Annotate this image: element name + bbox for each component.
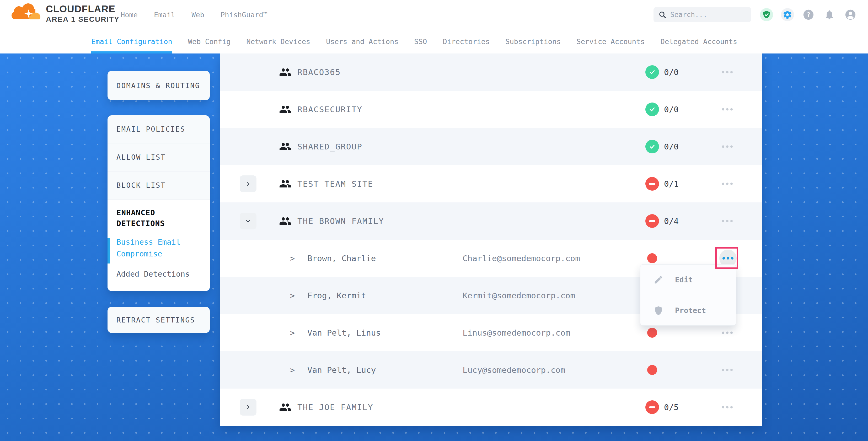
row-menu-button[interactable] xyxy=(719,366,735,374)
nav-email[interactable]: Email xyxy=(154,11,175,19)
tab-subscriptions[interactable]: Subscriptions xyxy=(505,29,561,54)
bell-icon[interactable] xyxy=(823,8,836,21)
nav-phishguard[interactable]: PhishGuard™ xyxy=(221,11,268,19)
group-people-icon xyxy=(279,103,291,116)
group-name: RBACO365 xyxy=(298,67,341,77)
status-alert-badge xyxy=(645,177,659,191)
shield-icon xyxy=(653,306,663,315)
config-tabbar: Email Configuration Web Config Network D… xyxy=(0,29,868,54)
member-chevron[interactable]: > xyxy=(290,328,295,338)
cloudflare-cloud-icon xyxy=(11,3,42,25)
expand-row-button[interactable] xyxy=(240,176,256,192)
shield-check-icon[interactable] xyxy=(760,8,773,21)
nav-home[interactable]: Home xyxy=(121,11,138,19)
status-count: 0/0 xyxy=(664,142,679,151)
member-chevron[interactable]: > xyxy=(290,291,295,300)
groups-table: RBACO365 0/0 RBACSECURITY 0/0 SHARED_GRO… xyxy=(220,54,762,425)
table-row[interactable]: THE BROWN FAMILY 0/4 xyxy=(220,202,762,240)
group-people-icon xyxy=(279,140,291,153)
svg-text:?: ? xyxy=(807,11,811,19)
group-name: TEST TEAM SITE xyxy=(298,179,373,189)
account-icon[interactable] xyxy=(844,8,857,21)
sidebar-item-email-policies[interactable]: EMAIL POLICIES xyxy=(107,115,210,143)
status-alert-dot xyxy=(647,328,657,338)
status-count: 0/5 xyxy=(664,403,679,412)
row-menu-button[interactable] xyxy=(719,68,735,76)
collapse-row-button[interactable] xyxy=(240,213,256,229)
group-people-icon xyxy=(279,66,291,78)
sidebar-item-block-list[interactable]: BLOCK LIST xyxy=(107,171,210,199)
table-row[interactable]: SHARED_GROUP 0/0 xyxy=(220,128,762,165)
status-alert-dot xyxy=(647,365,657,375)
menu-item-label: Edit xyxy=(675,276,692,284)
table-row[interactable]: RBACSECURITY 0/0 xyxy=(220,91,762,128)
brand-subtitle: AREA 1 SECURITY xyxy=(46,15,120,24)
table-row[interactable]: RBACO365 0/0 xyxy=(220,54,762,91)
status-count: 0/0 xyxy=(664,105,679,114)
help-icon[interactable]: ? xyxy=(802,8,815,21)
sidebar-item-added-detections[interactable]: Added Detections xyxy=(117,268,201,280)
tab-sso[interactable]: SSO xyxy=(414,29,427,54)
tab-web-config[interactable]: Web Config xyxy=(188,29,231,54)
menu-item-label: Protect xyxy=(675,306,706,315)
member-chevron[interactable]: > xyxy=(290,254,295,263)
menu-item-protect[interactable]: Protect xyxy=(640,295,736,326)
sidebar-card-retract-settings[interactable]: RETRACT SETTINGS xyxy=(107,307,210,333)
sidebar-item-retract-settings[interactable]: RETRACT SETTINGS xyxy=(107,316,195,324)
row-menu-button[interactable] xyxy=(719,143,735,151)
sidebar-item-domains-routing[interactable]: DOMAINS & ROUTING xyxy=(107,82,200,90)
table-row[interactable]: TEST TEAM SITE 0/1 xyxy=(220,165,762,202)
pencil-icon xyxy=(653,275,663,285)
nav-web[interactable]: Web xyxy=(191,11,204,19)
search-box[interactable] xyxy=(653,7,751,22)
member-email: Charlie@somedemocorp.com xyxy=(463,254,580,263)
member-name: Brown, Charlie xyxy=(307,254,376,263)
tab-network-devices[interactable]: Network Devices xyxy=(246,29,310,54)
expand-row-button[interactable] xyxy=(240,399,256,416)
group-people-icon xyxy=(279,215,291,227)
sidebar-item-enhanced-detections[interactable]: ENHANCED DETECTIONS xyxy=(117,208,201,229)
table-row[interactable]: THE JOE FAMILY 0/5 xyxy=(220,388,762,426)
member-name: Van Pelt, Linus xyxy=(307,328,381,338)
app-header: CLOUDFLARE AREA 1 SECURITY Home Email We… xyxy=(0,0,868,29)
tab-service-accounts[interactable]: Service Accounts xyxy=(577,29,645,54)
member-name: Van Pelt, Lucy xyxy=(307,365,376,375)
group-people-icon xyxy=(279,401,291,413)
sidebar-item-allow-list[interactable]: ALLOW LIST xyxy=(107,144,210,171)
member-email: Kermit@somedemocorp.com xyxy=(463,291,575,300)
row-menu-button[interactable] xyxy=(719,180,735,188)
row-menu-button[interactable] xyxy=(719,404,735,411)
tab-delegated-accounts[interactable]: Delegated Accounts xyxy=(660,29,737,54)
status-ok-badge xyxy=(645,140,659,153)
status-count: 0/0 xyxy=(664,67,679,77)
group-name: RBACSECURITY xyxy=(298,105,363,114)
page-background: DOMAINS & ROUTING EMAIL POLICIES ALLOW L… xyxy=(0,54,868,441)
top-nav: Home Email Web PhishGuard™ xyxy=(121,0,268,29)
group-people-icon xyxy=(279,178,291,190)
group-name: SHARED_GROUP xyxy=(298,142,363,151)
row-menu-button[interactable] xyxy=(719,217,735,225)
search-input[interactable] xyxy=(670,11,744,19)
sidebar-section-enhanced-detections: ENHANCED DETECTIONS Business Email Compr… xyxy=(107,199,210,291)
status-count: 0/4 xyxy=(664,216,679,226)
sidebar-card-domains-routing[interactable]: DOMAINS & ROUTING xyxy=(107,71,210,100)
status-alert-badge xyxy=(645,400,659,414)
member-email: Lucy@somedemocorp.com xyxy=(463,365,565,375)
row-menu-button[interactable] xyxy=(719,106,735,113)
search-icon xyxy=(658,10,666,19)
member-chevron[interactable]: > xyxy=(290,366,295,375)
member-email: Linus@somedemocorp.com xyxy=(463,328,570,338)
tab-users-and-actions[interactable]: Users and Actions xyxy=(326,29,398,54)
status-ok-badge xyxy=(645,102,659,116)
group-name: THE JOE FAMILY xyxy=(298,403,373,412)
row-menu-button[interactable] xyxy=(719,329,735,337)
menu-item-edit[interactable]: Edit xyxy=(640,264,736,295)
gear-icon[interactable] xyxy=(781,8,794,21)
sidebar-item-business-email-compromise[interactable]: Business Email Compromise xyxy=(117,236,201,260)
table-row-member[interactable]: > Van Pelt, Lucy Lucy@somedemocorp.com xyxy=(220,351,762,388)
active-indicator-bar xyxy=(107,238,110,263)
tab-email-configuration[interactable]: Email Configuration xyxy=(91,29,172,54)
brand-title: CLOUDFLARE xyxy=(46,4,120,15)
tab-directories[interactable]: Directories xyxy=(443,29,490,54)
cloudflare-logo[interactable]: CLOUDFLARE AREA 1 SECURITY xyxy=(11,3,120,25)
